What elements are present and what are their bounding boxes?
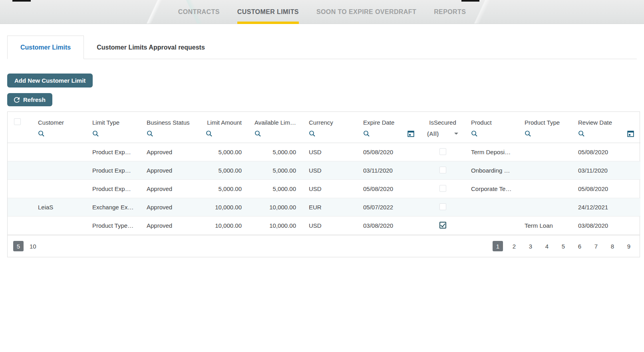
tab-customer-limits[interactable]: Customer Limits bbox=[7, 36, 84, 59]
column-header-customer[interactable]: Customer bbox=[32, 112, 86, 128]
page-number-2[interactable]: 2 bbox=[509, 241, 519, 251]
cell-currency: EUR bbox=[302, 198, 357, 217]
cell-currency: USD bbox=[302, 161, 357, 180]
nav-item-soon-to-expire-overdraft[interactable]: SOON TO EXPIRE OVERDRAFT bbox=[316, 0, 416, 24]
page-number-3[interactable]: 3 bbox=[525, 241, 536, 251]
page-number-5[interactable]: 5 bbox=[558, 241, 568, 251]
cell-is_secured bbox=[421, 198, 465, 217]
column-header-business_status[interactable]: Business Status bbox=[140, 112, 199, 128]
column-header-expire_date[interactable]: Expire Date bbox=[357, 112, 421, 128]
table-row[interactable]: Product ExposureApproved5,000.005,000.00… bbox=[8, 180, 640, 198]
nav-item-reports[interactable]: REPORTS bbox=[434, 0, 466, 24]
refresh-button[interactable]: Refresh bbox=[7, 93, 52, 106]
issecured-checkbox[interactable] bbox=[439, 167, 446, 173]
issecured-checkbox[interactable] bbox=[439, 222, 446, 229]
customer-limits-grid: CustomerLimit TypeBusiness StatusLimit A… bbox=[7, 111, 640, 257]
cell-limit_amount: 5,000.00 bbox=[199, 143, 248, 161]
cell-customer bbox=[32, 143, 86, 161]
column-header-currency[interactable]: Currency bbox=[302, 112, 357, 128]
issecured-checkbox[interactable] bbox=[439, 185, 446, 192]
cell-product_type bbox=[518, 180, 572, 198]
page-size-selector: 510 bbox=[13, 241, 38, 251]
tab-customer-limits-approval-requests[interactable]: Customer Limits Approval requests bbox=[84, 36, 218, 59]
filter-cell-business_status bbox=[140, 128, 199, 143]
cell-customer: LeiaS bbox=[32, 198, 86, 217]
search-icon[interactable] bbox=[147, 130, 153, 137]
calendar-icon[interactable] bbox=[407, 130, 414, 137]
nav-item-customer-limits[interactable]: CUSTOMER LIMITS bbox=[237, 0, 299, 24]
cell-business_status: Approved bbox=[140, 217, 199, 235]
filter-cell-product bbox=[465, 128, 518, 143]
table-row[interactable]: LeiaSExchange Expos...Approved10,000.001… bbox=[8, 198, 640, 217]
column-header-product[interactable]: Product bbox=[465, 112, 518, 128]
table-row[interactable]: Product Type Ex...Approved10,000.0010,00… bbox=[8, 217, 640, 235]
column-header-limit_type[interactable]: Limit Type bbox=[86, 112, 140, 128]
page-number-6[interactable]: 6 bbox=[574, 241, 585, 251]
issecured-checkbox[interactable] bbox=[439, 148, 446, 155]
cell-product bbox=[465, 198, 518, 217]
cell-product: Term Deposit USD bbox=[465, 143, 518, 161]
table-header-row: CustomerLimit TypeBusiness StatusLimit A… bbox=[8, 112, 640, 128]
page-number-1[interactable]: 1 bbox=[493, 241, 503, 251]
add-new-customer-limit-button[interactable]: Add New Customer Limit bbox=[7, 74, 93, 88]
filter-cell-available_limit bbox=[248, 128, 302, 143]
calendar-icon[interactable] bbox=[627, 130, 634, 137]
page-size-10[interactable]: 10 bbox=[28, 241, 38, 251]
cell-currency: USD bbox=[302, 217, 357, 235]
table-row[interactable]: Product ExposureApproved5,000.005,000.00… bbox=[8, 143, 640, 161]
filter-cell-empty bbox=[8, 128, 32, 143]
filter-cell-is_secured: (All) bbox=[421, 128, 465, 143]
page-size-5[interactable]: 5 bbox=[13, 241, 24, 251]
column-header-limit_amount[interactable]: Limit Amount bbox=[199, 112, 248, 128]
page-number-9[interactable]: 9 bbox=[624, 241, 634, 251]
page-number-8[interactable]: 8 bbox=[607, 241, 618, 251]
cell-limit_type: Product Exposure bbox=[86, 161, 140, 180]
cell-is_secured bbox=[421, 143, 465, 161]
cell-expire_date: 05/08/2020 bbox=[357, 143, 421, 161]
cell-product bbox=[465, 217, 518, 235]
column-header-product_type[interactable]: Product Type bbox=[518, 112, 572, 128]
app-header: CONTRACTS CUSTOMER LIMITS SOON TO EXPIRE… bbox=[0, 0, 644, 24]
search-icon[interactable] bbox=[92, 130, 99, 137]
cell-product_type: Term Loan bbox=[518, 217, 572, 235]
row-select-cell bbox=[8, 198, 32, 217]
table-row[interactable]: Product ExposureApproved5,000.005,000.00… bbox=[8, 161, 640, 180]
issecured-checkbox[interactable] bbox=[439, 203, 446, 210]
page-number-selector: 123456789 bbox=[490, 241, 634, 251]
cell-limit_amount: 10,000.00 bbox=[199, 198, 248, 217]
page-number-4[interactable]: 4 bbox=[542, 241, 552, 251]
search-icon[interactable] bbox=[254, 130, 261, 137]
refresh-button-label: Refresh bbox=[23, 96, 46, 103]
select-all-header-cell bbox=[8, 112, 32, 128]
cell-limit_type: Product Exposure bbox=[86, 180, 140, 198]
search-icon[interactable] bbox=[38, 130, 45, 137]
page-number-7[interactable]: 7 bbox=[591, 241, 601, 251]
cell-product_type bbox=[518, 143, 572, 161]
cell-is_secured bbox=[421, 217, 465, 235]
column-header-is_secured[interactable]: IsSecured bbox=[421, 112, 465, 128]
column-header-available_limit[interactable]: Available Limit A... bbox=[248, 112, 302, 128]
search-icon[interactable] bbox=[363, 130, 370, 137]
filter-cell-limit_amount bbox=[199, 128, 248, 143]
cell-expire_date: 05/08/2020 bbox=[357, 180, 421, 198]
filter-cell-expire_date bbox=[357, 128, 421, 143]
chevron-down-icon bbox=[454, 133, 458, 135]
cell-business_status: Approved bbox=[140, 180, 199, 198]
search-icon[interactable] bbox=[206, 130, 213, 137]
search-icon[interactable] bbox=[309, 130, 316, 137]
issecured-filter-select[interactable]: (All) bbox=[427, 130, 458, 137]
cell-customer bbox=[32, 217, 86, 235]
nav-item-contracts[interactable]: CONTRACTS bbox=[178, 0, 220, 24]
cell-expire_date: 03/11/2020 bbox=[357, 161, 421, 180]
cell-product_type bbox=[518, 161, 572, 180]
search-icon[interactable] bbox=[578, 130, 585, 137]
cell-product: Corporate Term ... bbox=[465, 180, 518, 198]
search-icon[interactable] bbox=[525, 130, 531, 137]
search-icon[interactable] bbox=[471, 130, 478, 137]
select-all-checkbox[interactable] bbox=[14, 118, 21, 125]
main-nav: CONTRACTS CUSTOMER LIMITS SOON TO EXPIRE… bbox=[0, 0, 644, 24]
column-header-review_date[interactable]: Review Date bbox=[572, 112, 640, 128]
row-select-cell bbox=[8, 180, 32, 198]
cell-limit_amount: 5,000.00 bbox=[199, 161, 248, 180]
cell-currency: USD bbox=[302, 180, 357, 198]
